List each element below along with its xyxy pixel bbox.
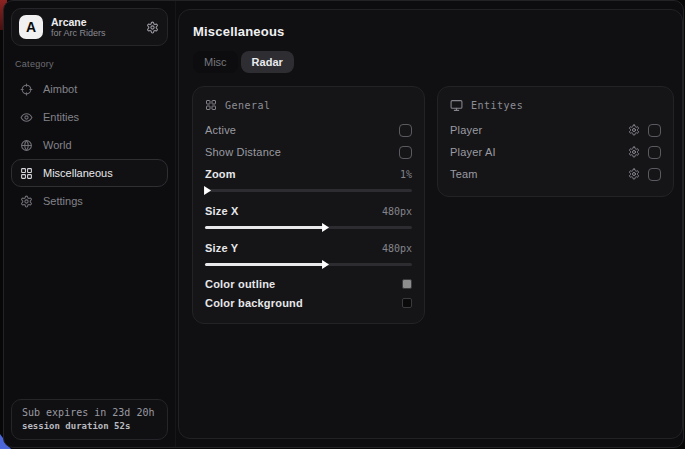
entities-card-header: Entityes [450, 96, 661, 114]
tab-misc[interactable]: Misc [193, 51, 238, 73]
active-row: Active [205, 119, 412, 141]
sub-expires-text: Sub expires in 23d 20h [22, 407, 157, 418]
app-subtitle: for Arc Riders [51, 28, 138, 38]
brand-card: A Arcane for Arc Riders [11, 8, 168, 46]
app-title: Arcane [51, 16, 138, 28]
size-y-slider[interactable] [205, 263, 412, 266]
team-checkbox[interactable] [648, 168, 661, 181]
general-card-title: General [225, 100, 271, 111]
active-checkbox[interactable] [399, 124, 412, 137]
globe-icon [20, 139, 33, 152]
color-background-label: Color background [205, 297, 303, 309]
app-logo: A [19, 15, 43, 39]
size-y-value: 480px [382, 243, 412, 254]
size-y-slider-fill [205, 263, 325, 266]
entities-card-title: Entityes [471, 100, 523, 111]
sidebar-item-label: Aimbot [43, 83, 77, 95]
size-x-slider[interactable] [205, 226, 412, 229]
monitor-icon [450, 99, 463, 112]
size-x-slider-fill [205, 226, 325, 229]
app-window: A Arcane for Arc Riders Category Aimbot [3, 0, 684, 448]
zoom-slider[interactable] [205, 189, 412, 192]
general-card: General Active Show Distance Zoom 1% [192, 86, 425, 324]
general-card-header: General [205, 96, 412, 114]
size-x-value: 480px [382, 206, 412, 217]
color-outline-swatch[interactable] [402, 279, 412, 289]
size-x-slider-thumb[interactable] [322, 223, 329, 232]
size-y-slider-thumb[interactable] [322, 260, 329, 269]
show-distance-checkbox[interactable] [399, 146, 412, 159]
player-controls [628, 124, 661, 137]
zoom-value: 1% [400, 169, 412, 180]
grid-icon [20, 167, 33, 180]
player-checkbox[interactable] [648, 124, 661, 137]
tab-radar[interactable]: Radar [241, 51, 294, 73]
player-label: Player [450, 124, 482, 136]
zoom-label: Zoom [205, 168, 236, 180]
sidebar-item-label: World [43, 139, 72, 151]
gear-icon[interactable] [628, 146, 640, 158]
brand-text: Arcane for Arc Riders [51, 16, 138, 38]
sidebar-item-miscellaneous[interactable]: Miscellaneous [11, 159, 168, 187]
desktop: A Arcane for Arc Riders Category Aimbot [0, 0, 685, 449]
active-label: Active [205, 124, 236, 136]
sidebar-item-aimbot[interactable]: Aimbot [11, 75, 168, 103]
sidebar-item-label: Miscellaneous [43, 167, 113, 179]
player-ai-label: Player AI [450, 146, 496, 158]
player-ai-row: Player AI [450, 141, 661, 163]
size-y-row: Size Y 480px [205, 237, 412, 259]
sidebar-item-settings[interactable]: Settings [11, 187, 168, 215]
gear-icon[interactable] [628, 124, 640, 136]
sidebar-item-world[interactable]: World [11, 131, 168, 159]
category-label: Category [15, 59, 168, 69]
show-distance-label: Show Distance [205, 146, 281, 158]
team-controls [628, 168, 661, 181]
cards-row: General Active Show Distance Zoom 1% [192, 86, 674, 324]
subscription-card: Sub expires in 23d 20h session duration … [11, 399, 168, 440]
gear-icon [20, 195, 33, 208]
size-x-row: Size X 480px [205, 200, 412, 222]
team-label: Team [450, 168, 478, 180]
page-title: Miscellaneous [193, 24, 674, 39]
player-ai-controls [628, 146, 661, 159]
zoom-slider-thumb[interactable] [204, 186, 211, 195]
color-background-swatch[interactable] [402, 298, 412, 308]
grid-icon [205, 99, 217, 111]
sidebar-item-entities[interactable]: Entities [11, 103, 168, 131]
main-panel: Miscellaneous Misc Radar General Active [178, 9, 683, 439]
session-duration-text: session duration 52s [22, 421, 157, 431]
sidebar-item-label: Entities [43, 111, 79, 123]
sidebar: A Arcane for Arc Riders Category Aimbot [4, 1, 176, 447]
zoom-row: Zoom 1% [205, 163, 412, 185]
size-y-label: Size Y [205, 242, 238, 254]
tab-bar: Misc Radar [193, 51, 674, 73]
sidebar-nav: Aimbot Entities World [11, 75, 168, 215]
eye-icon [20, 111, 33, 124]
color-outline-row: Color outline [205, 274, 412, 293]
crosshair-icon [20, 83, 33, 96]
sidebar-item-label: Settings [43, 195, 83, 207]
gear-icon[interactable] [628, 168, 640, 180]
team-row: Team [450, 163, 661, 185]
color-outline-label: Color outline [205, 278, 275, 290]
color-background-row: Color background [205, 293, 412, 312]
size-x-label: Size X [205, 205, 239, 217]
show-distance-row: Show Distance [205, 141, 412, 163]
entities-card: Entityes Player Player AI [437, 86, 674, 197]
player-ai-checkbox[interactable] [648, 146, 661, 159]
player-row: Player [450, 119, 661, 141]
gear-icon[interactable] [146, 21, 159, 34]
